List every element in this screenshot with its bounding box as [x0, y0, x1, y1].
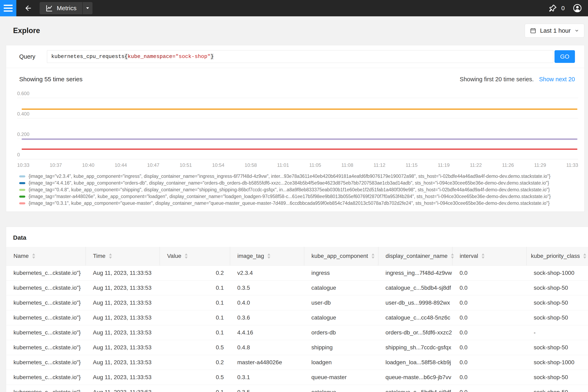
sort-icon: [372, 253, 375, 259]
table-cell: 0.5: [160, 370, 230, 385]
table-row: kubernetes_c...ckstate.io"}Aug 11, 2023,…: [6, 370, 588, 385]
table-cell: 0.2: [160, 355, 230, 370]
go-button[interactable]: GO: [554, 50, 575, 63]
line-chart-icon: [45, 4, 53, 12]
legend-item[interactable]: {image_tag="master-a448026e", kube_app_c…: [19, 193, 578, 200]
table-cell: master-a448026e: [230, 355, 304, 370]
table-cell: queue-master: [304, 370, 378, 385]
table-cell: catalogue: [304, 385, 378, 392]
table-cell: kubernetes_c...ckstate.io"}: [6, 355, 86, 370]
table-cell: catalogue_c...cc48-5nz6c: [378, 310, 452, 325]
table-cell: user-db: [304, 295, 378, 310]
table-cell: Aug 11, 2023, 11:33:53: [86, 325, 160, 340]
x-axis-tick-label: 10:37: [50, 162, 62, 168]
table-cell: 0.4.8: [230, 340, 304, 355]
show-next-link[interactable]: Show next 20: [539, 76, 575, 83]
table-cell: Aug 11, 2023, 11:33:53: [86, 266, 160, 280]
table-cell: sock-shop-50: [526, 280, 588, 295]
chart-series-line: [22, 138, 578, 140]
top-bar: Metrics 0: [0, 0, 588, 16]
table-cell: 0.0: [452, 295, 526, 310]
legend-item[interactable]: {image_tag="0.4.8", kube_app_component="…: [19, 186, 578, 193]
column-header[interactable]: interval: [452, 247, 526, 266]
query-input[interactable]: kubernetes_cpu_requests{kube_namespace="…: [47, 50, 553, 63]
time-range-picker[interactable]: Last 1 hour: [525, 24, 584, 38]
legend-item[interactable]: {image_tag="4.4.16", kube_app_component=…: [19, 180, 578, 186]
legend-label: {image_tag="4.4.16", kube_app_component=…: [28, 180, 549, 186]
table-row: kubernetes_c...ckstate.io"}Aug 11, 2023,…: [6, 325, 588, 340]
table-cell: 0.0: [452, 340, 526, 355]
user-avatar-icon: [573, 4, 582, 13]
calendar-icon: [530, 27, 536, 34]
table-cell: 0.1: [160, 325, 230, 340]
table-cell: 4.4.16: [230, 325, 304, 340]
column-header[interactable]: Time: [86, 247, 160, 266]
table-row: kubernetes_c...ckstate.io"}Aug 11, 2023,…: [6, 280, 588, 295]
column-header[interactable]: display_container_name: [378, 247, 452, 266]
user-profile-button[interactable]: [573, 4, 582, 13]
table-cell: 0.3.5: [230, 280, 304, 295]
grid-line: 0.600: [17, 98, 578, 98]
x-axis-tick-label: 11:33: [566, 162, 578, 168]
query-token-metric: kubernetes_cpu_requests: [51, 54, 124, 60]
table-cell: user-db_us...9998-892wx: [378, 295, 452, 310]
legend-color-swatch: [19, 182, 25, 184]
x-axis-tick-label: 10:58: [244, 162, 257, 168]
column-header[interactable]: image_tag: [230, 247, 304, 266]
table-cell: 0.0: [452, 355, 526, 370]
table-cell: loadgen: [304, 355, 378, 370]
table-cell: queue-maste...b6c9-jb7vv: [378, 370, 452, 385]
column-header[interactable]: Name: [6, 247, 86, 266]
metrics-dropdown-button[interactable]: [83, 2, 92, 14]
sort-icon: [32, 253, 35, 259]
column-header[interactable]: kube_priority_class: [526, 247, 588, 266]
column-header[interactable]: kube_app_component: [304, 247, 378, 266]
metrics-button[interactable]: Metrics: [40, 2, 82, 14]
legend-label: {image_tag="0.4.8", kube_app_component="…: [28, 187, 550, 192]
x-axis-tick-label: 11:26: [502, 162, 514, 168]
arrow-left-icon: [24, 4, 32, 12]
table-cell: orders-db: [304, 325, 378, 340]
sort-icon: [267, 253, 270, 259]
table-cell: ingress_ing...7f48d-4z9vw: [378, 266, 452, 280]
table-cell: 0.0: [452, 325, 526, 340]
x-axis-tick-label: 10:54: [212, 162, 224, 168]
table-cell: 0.0: [452, 266, 526, 280]
query-row: Query kubernetes_cpu_requests{kube_names…: [6, 45, 584, 68]
pinned-items[interactable]: 0: [548, 4, 565, 12]
legend-color-swatch: [19, 202, 25, 204]
table-row: kubernetes_c...ckstate.io"}Aug 11, 2023,…: [6, 385, 588, 392]
y-axis-tick-label: 0: [17, 152, 20, 158]
sort-icon: [583, 253, 586, 259]
legend-color-swatch: [19, 196, 25, 198]
table-cell: 0.1: [160, 385, 230, 392]
table-cell: Aug 11, 2023, 11:33:53: [86, 355, 160, 370]
table-cell: shipping: [304, 340, 378, 355]
table-cell: 0.0: [452, 310, 526, 325]
table-cell: sock-shop-50: [526, 340, 588, 355]
legend-item[interactable]: {image_tag="v2.3.4", kube_app_component=…: [19, 173, 578, 180]
data-section-title: Data: [6, 227, 588, 247]
table-cell: kubernetes_c...ckstate.io"}: [6, 310, 86, 325]
x-axis-tick-label: 10:51: [180, 162, 192, 168]
column-header[interactable]: Value: [160, 247, 230, 266]
query-token-close-brace: }: [210, 54, 214, 60]
legend-color-swatch: [19, 189, 25, 191]
x-axis-tick-label: 11:12: [374, 162, 385, 168]
time-range-label: Last 1 hour: [540, 27, 571, 34]
table-cell: 0.0: [452, 280, 526, 295]
table-cell: 0.0: [452, 370, 526, 385]
legend-item[interactable]: {image_tag="0.3.1", kube_app_component="…: [19, 200, 578, 206]
hamburger-menu-button[interactable]: [0, 0, 16, 16]
table-cell: kubernetes_c...ckstate.io"}: [6, 385, 86, 392]
table-cell: 0.1: [160, 280, 230, 295]
table-cell: Aug 11, 2023, 11:33:53: [86, 295, 160, 310]
table-cell: kubernetes_c...ckstate.io"}: [6, 266, 86, 280]
page-header: Explore Last 1 hour: [0, 16, 588, 45]
x-axis-tick-label: 11:05: [309, 162, 321, 168]
chart-legend: {image_tag="v2.3.4", kube_app_component=…: [6, 172, 584, 212]
table-cell: sock-shop-50: [526, 310, 588, 325]
x-axis-tick-label: 10:47: [147, 162, 160, 168]
table-cell: Aug 11, 2023, 11:33:53: [86, 370, 160, 385]
back-button[interactable]: [24, 4, 32, 12]
